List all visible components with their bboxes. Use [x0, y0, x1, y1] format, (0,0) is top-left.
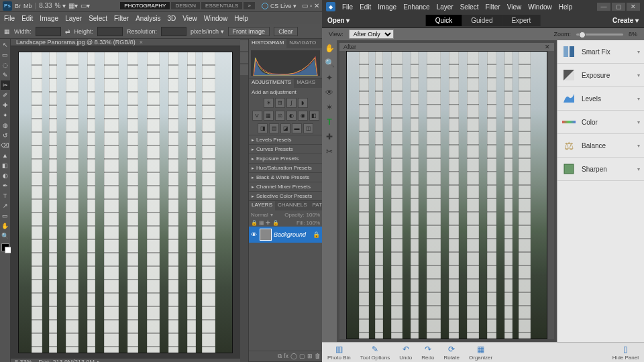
menu-analysis[interactable]: Analysis: [136, 15, 160, 22]
menu-image[interactable]: Image: [378, 3, 396, 11]
move-tool[interactable]: ↖: [1, 40, 10, 50]
photobin-button[interactable]: ▥Photo Bin: [327, 345, 351, 361]
hand-tool[interactable]: ✋: [324, 43, 335, 54]
preset-exposure[interactable]: Exposure Presets: [249, 154, 322, 163]
zoom-suffix[interactable]: % ▾: [55, 2, 66, 9]
zoom-value[interactable]: 8.33: [39, 2, 52, 9]
selective-color-icon[interactable]: ◫: [303, 123, 313, 133]
fix-balance[interactable]: ⚖ Balance: [557, 134, 644, 158]
exposure-icon[interactable]: ◗: [298, 98, 308, 108]
front-image-button[interactable]: Front Image: [228, 27, 270, 36]
menu-edit[interactable]: Edit: [360, 3, 371, 11]
menu-3d[interactable]: 3D: [167, 15, 176, 22]
menu-layer[interactable]: Layer: [437, 3, 453, 11]
crop-tool[interactable]: ✂: [1, 80, 10, 90]
marquee-tool[interactable]: ▭: [1, 50, 10, 60]
collapsed-panel-icon[interactable]: [240, 64, 248, 75]
layer-background[interactable]: 👁 Background 🔒: [249, 227, 322, 243]
redo-button[interactable]: ↷Redo: [421, 345, 434, 361]
fix-smartfix[interactable]: Smart Fix: [557, 40, 644, 64]
tab-paths[interactable]: PATHS: [310, 201, 322, 210]
zoom-tool[interactable]: 🔍: [324, 58, 335, 68]
open-button[interactable]: Open ▾: [327, 17, 350, 24]
screen-mode-icon[interactable]: ▭▾: [80, 2, 90, 9]
workspace-tab-photography[interactable]: PHOTOGRAPHY: [120, 2, 170, 9]
invert-icon[interactable]: ◨: [258, 123, 268, 133]
menu-filter[interactable]: Filter: [114, 15, 129, 22]
menu-edit[interactable]: Edit: [21, 15, 33, 22]
posterize-icon[interactable]: ▤: [269, 123, 279, 133]
photo-filter-icon[interactable]: ◉: [298, 111, 308, 121]
quick-select-tool[interactable]: ✎: [1, 70, 10, 80]
bridge-icon[interactable]: Br: [15, 3, 21, 9]
stamp-tool[interactable]: ◍: [1, 121, 10, 130]
gradient-map-icon[interactable]: ▬: [292, 123, 302, 133]
close-icon[interactable]: ✕: [545, 44, 550, 50]
workspace-tab-design[interactable]: DESIGN: [171, 2, 200, 9]
close-button[interactable]: ✕: [627, 3, 640, 11]
path-tool[interactable]: ↗: [1, 201, 10, 210]
hand-tool[interactable]: ✋: [1, 221, 10, 231]
heal-tool[interactable]: ✚: [1, 101, 10, 110]
brush-tool[interactable]: ✦: [1, 111, 10, 120]
fx-icon[interactable]: fx: [284, 353, 288, 360]
hidepanel-button[interactable]: ▯Hide Panel: [612, 345, 639, 361]
tab-navigator[interactable]: NAVIGATO: [286, 39, 319, 48]
width-field[interactable]: [36, 27, 61, 36]
menu-help[interactable]: Help: [234, 15, 248, 22]
quick-select-tool[interactable]: ✦: [324, 72, 335, 83]
tab-channels[interactable]: CHANNELS: [275, 201, 310, 210]
mode-quick[interactable]: Quick: [426, 15, 462, 26]
document-canvas[interactable]: [346, 51, 547, 339]
crop-tool[interactable]: ✂: [324, 146, 335, 157]
menu-enhance[interactable]: Enhance: [403, 3, 429, 11]
tab-adjustments[interactable]: ADJUSTMENTS: [249, 78, 294, 88]
menu-file[interactable]: File: [4, 15, 15, 22]
zoom-slider[interactable]: [576, 34, 623, 36]
workspace-tab-more[interactable]: »: [244, 2, 254, 9]
collapsed-panel-icon[interactable]: [240, 40, 248, 51]
fix-levels[interactable]: Levels: [557, 87, 644, 111]
folder-icon[interactable]: ▢: [299, 353, 305, 360]
preset-mixer[interactable]: Channel Mixer Presets: [249, 182, 322, 191]
fix-exposure[interactable]: Exposure: [557, 64, 644, 87]
preset-selective[interactable]: Selective Color Presets: [249, 191, 322, 200]
menu-select[interactable]: Select: [89, 15, 107, 22]
status-arrow-icon[interactable]: ▸: [97, 359, 101, 362]
fix-sharpen[interactable]: Sharpen: [557, 158, 644, 181]
menu-image[interactable]: Image: [40, 15, 58, 22]
shape-tool[interactable]: ▭: [1, 211, 10, 221]
tab-layers[interactable]: LAYERS: [249, 201, 275, 210]
menu-window[interactable]: Window: [528, 3, 552, 11]
menu-view[interactable]: View: [182, 15, 197, 22]
rotate-button[interactable]: ⟳Rotate: [443, 345, 460, 361]
hue-icon[interactable]: ▦: [264, 111, 274, 121]
redeye-tool[interactable]: 👁: [324, 87, 335, 98]
vibrance-icon[interactable]: V: [252, 111, 262, 121]
blend-mode[interactable]: Normal: [251, 212, 268, 218]
undo-button[interactable]: ↶Undo: [399, 345, 412, 361]
blur-tool[interactable]: ◧: [1, 161, 10, 170]
colorbalance-icon[interactable]: ⚖: [275, 111, 285, 121]
preset-bw[interactable]: Black & White Presets: [249, 172, 322, 182]
view-grid-icon[interactable]: ▦▾: [68, 2, 78, 9]
tab-masks[interactable]: MASKS: [294, 78, 318, 88]
threshold-icon[interactable]: ◪: [280, 123, 290, 133]
eraser-tool[interactable]: ⌫: [1, 141, 10, 150]
resolution-field[interactable]: [161, 27, 186, 36]
menu-window[interactable]: Window: [204, 15, 228, 22]
lock-icons[interactable]: 🔒 ▦ ✚ 🔒: [251, 220, 279, 226]
menu-layer[interactable]: Layer: [65, 15, 82, 22]
brightness-icon[interactable]: ☀: [264, 98, 274, 108]
status-zoom[interactable]: 8.33%: [15, 359, 32, 362]
menu-view[interactable]: View: [507, 3, 522, 11]
menu-select[interactable]: Select: [460, 3, 479, 11]
curves-icon[interactable]: ∫: [286, 98, 297, 108]
mask-icon[interactable]: ◯: [290, 353, 297, 360]
maximize-button[interactable]: ▢: [612, 3, 625, 11]
whiten-tool[interactable]: ✶: [324, 102, 335, 113]
mode-guided[interactable]: Guided: [462, 15, 502, 26]
create-button[interactable]: Create ▾: [612, 17, 639, 24]
lasso-tool[interactable]: ◌: [1, 60, 10, 70]
document-tab[interactable]: Landscape Panorama.jpg @ 8.33% (RGB/8) ×: [11, 39, 240, 46]
